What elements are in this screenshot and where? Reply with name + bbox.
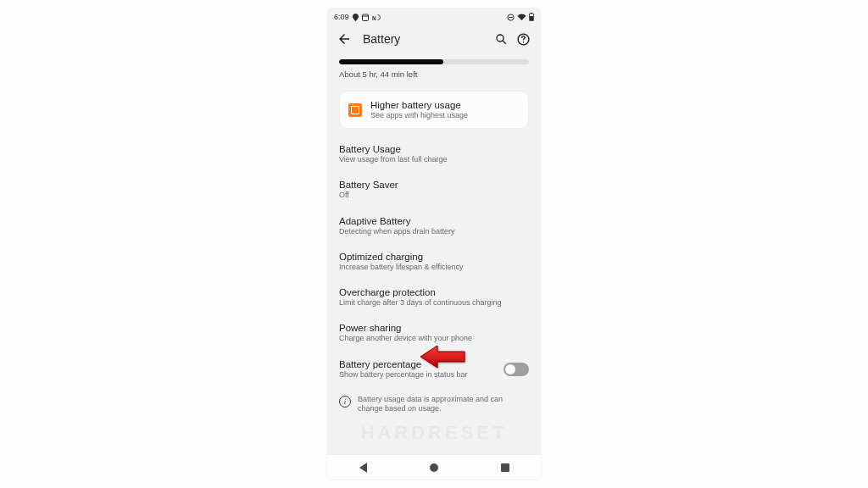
item-adaptive-battery[interactable]: Adaptive Battery Detecting when apps dra… (339, 216, 529, 236)
back-button[interactable] (334, 29, 354, 49)
info-row: Battery usage data is approximate and ca… (339, 395, 529, 414)
nav-home-button[interactable] (428, 462, 440, 474)
battery-percentage-switch[interactable] (504, 363, 529, 376)
nav-back-button[interactable] (357, 462, 369, 474)
item-subtitle: Detecting when apps drain battery (339, 227, 529, 236)
status-right (507, 13, 534, 21)
battery-alert-icon (348, 103, 362, 117)
nav-home-icon (430, 463, 438, 472)
wifi-icon (517, 14, 526, 21)
item-battery-saver[interactable]: Battery Saver Off (339, 180, 529, 200)
battery-icon (529, 13, 534, 21)
svg-text:N: N (372, 14, 376, 20)
help-button[interactable] (512, 28, 534, 50)
svg-rect-0 (362, 14, 368, 21)
nav-recent-icon (501, 463, 509, 472)
content-scroll[interactable]: About 5 hr, 44 min left Higher battery u… (327, 54, 541, 454)
svg-point-11 (522, 41, 524, 42)
app-bar: Battery (327, 24, 541, 54)
svg-line-9 (503, 41, 505, 43)
item-subtitle: Charge another device with your phone (339, 334, 529, 343)
help-icon (516, 32, 531, 47)
system-nav-bar (327, 454, 541, 480)
item-title: Overcharge protection (339, 287, 529, 297)
item-subtitle: Limit charge after 3 days of continuous … (339, 298, 529, 308)
item-battery-usage[interactable]: Battery Usage View usage from last full … (339, 144, 529, 164)
time-remaining: About 5 hr, 44 min left (339, 69, 529, 79)
item-title: Battery Saver (339, 180, 529, 190)
item-battery-percentage[interactable]: Battery percentage Show battery percenta… (339, 359, 529, 380)
item-power-sharing[interactable]: Power sharing Charge another device with… (339, 323, 529, 343)
item-texts: Battery percentage Show battery percenta… (339, 359, 468, 380)
status-time: 6:09 (334, 13, 349, 21)
card-subtitle: See apps with highest usage (370, 111, 468, 119)
item-title: Battery Usage (339, 144, 529, 154)
item-subtitle: Off (339, 191, 529, 200)
status-bar: 6:09 N (327, 8, 541, 24)
item-subtitle: Show battery percentage in status bar (339, 370, 468, 380)
progress-fill (339, 59, 443, 64)
item-title: Power sharing (339, 323, 529, 333)
nfc-icon: N (372, 14, 381, 21)
arrow-back-icon (337, 31, 352, 47)
info-text: Battery usage data is approximate and ca… (358, 395, 529, 414)
nav-recent-button[interactable] (499, 462, 511, 474)
info-icon (339, 396, 351, 408)
item-subtitle: Increase battery lifespan & efficiency (339, 263, 529, 272)
search-icon (494, 32, 508, 46)
location-icon (353, 14, 359, 21)
item-optimized-charging[interactable]: Optimized charging Increase battery life… (339, 252, 529, 272)
item-subtitle: View usage from last full charge (339, 155, 529, 164)
item-title: Adaptive Battery (339, 216, 529, 226)
higher-usage-card[interactable]: Higher battery usage See apps with highe… (339, 91, 529, 129)
svg-rect-7 (530, 16, 533, 20)
battery-progress: About 5 hr, 44 min left (339, 59, 529, 79)
calendar-icon (362, 14, 369, 21)
item-overcharge-protection[interactable]: Overcharge protection Limit charge after… (339, 287, 529, 308)
item-title: Optimized charging (339, 252, 529, 262)
page-title: Battery (363, 32, 490, 46)
progress-track (339, 59, 529, 64)
search-button[interactable] (490, 28, 512, 50)
card-texts: Higher battery usage See apps with highe… (370, 100, 468, 119)
dnd-icon (507, 14, 515, 21)
phone-frame: 6:09 N Battery About 5 hr, 44 min l (327, 8, 541, 480)
item-title: Battery percentage (339, 359, 468, 369)
card-title: Higher battery usage (370, 100, 468, 110)
status-left: 6:09 N (334, 13, 381, 21)
nav-back-icon (359, 463, 367, 473)
